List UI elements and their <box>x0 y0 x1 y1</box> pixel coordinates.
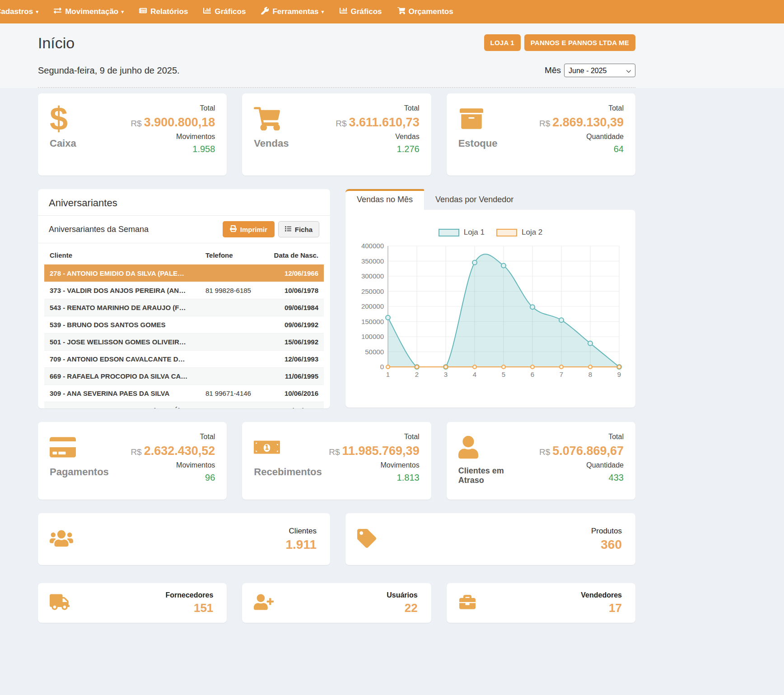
usuarios-value: 22 <box>387 601 417 615</box>
svg-text:4: 4 <box>473 371 476 378</box>
estoque-total: R$2.869.130,39 <box>539 116 624 130</box>
store-button[interactable]: LOJA 1 <box>484 34 521 51</box>
credit-card-icon <box>50 433 109 462</box>
count-label: Movimentos <box>380 461 419 469</box>
caixa-label: Caixa <box>50 138 76 149</box>
sales-line-chart: 0500001000001500002000002500003000003500… <box>356 241 625 382</box>
svg-text:7: 7 <box>560 371 563 378</box>
nav-label: Gráficos <box>215 7 246 16</box>
table-row[interactable]: 501 - JOSE WELISSON GOMES OLIVEIR…15/06/… <box>44 333 324 350</box>
box-icon <box>458 104 498 133</box>
legend-swatch-loja2 <box>496 229 517 236</box>
table-row[interactable]: 373 - VALDIR DOS ANJOS PEREIRA (AN…81 99… <box>44 282 324 299</box>
tab-vendas-no-mes[interactable]: Vendas no Mês <box>345 189 424 210</box>
svg-text:1: 1 <box>386 371 390 378</box>
count-label: Movimentos <box>176 461 215 469</box>
nav-item-orcamentos[interactable]: Orçamentos <box>390 0 461 23</box>
dollar-icon: $ <box>50 104 68 133</box>
svg-text:8: 8 <box>588 371 592 378</box>
report-icon <box>139 7 147 17</box>
clientes-atraso-count: 433 <box>609 473 624 483</box>
vendedores-label: Vendedores <box>581 591 622 599</box>
nav-item-movimentacao[interactable]: Movimentação ▾ <box>46 0 131 23</box>
tag-icon <box>357 528 376 550</box>
estoque-label: Estoque <box>458 138 498 149</box>
month-select[interactable]: June - 2025 <box>564 64 635 77</box>
svg-text:100000: 100000 <box>361 333 384 340</box>
table-header: Cliente Telefone Data de Nasc. <box>44 246 324 264</box>
chart-legend: Loja 1 Loja 2 <box>356 228 625 237</box>
svg-text:50000: 50000 <box>365 348 384 356</box>
cart-icon <box>254 104 289 133</box>
pagamentos-total: R$2.632.430,52 <box>131 444 215 458</box>
sales-chart-panel: Vendas no Mês Vendas por Vendedor Loja 1… <box>345 189 635 408</box>
vendas-count: 1.276 <box>397 144 420 154</box>
clientes-card: Clientes 1.911 <box>38 513 330 565</box>
print-button[interactable]: Imprimir <box>223 221 275 237</box>
nav-label: Gráficos <box>351 7 382 16</box>
recebimentos-card: Recebimentos Total R$11.985.769,39 Movim… <box>242 422 431 500</box>
recebimentos-count: 1.813 <box>397 473 420 483</box>
nav-item-graficos-1[interactable]: Gráficos <box>196 0 253 23</box>
nav-item-graficos-2[interactable]: Gráficos <box>332 0 390 23</box>
count-label: Quantidade <box>586 461 624 469</box>
clientes-atraso-label: Clientes em Atraso <box>458 466 526 485</box>
panel-subtitle: Aniversariantes da Semana <box>49 225 149 234</box>
clientes-value: 1.911 <box>285 537 317 552</box>
clientes-label: Clientes <box>285 527 317 536</box>
svg-text:400000: 400000 <box>361 242 384 250</box>
caixa-card: $ Caixa Total R$3.900.800,18 Movimentos … <box>38 93 227 176</box>
clientes-atraso-card: Clientes em Atraso Total R$5.076.869,67 … <box>447 422 635 500</box>
tab-vendas-por-vendedor[interactable]: Vendas por Vendedor <box>424 189 525 210</box>
svg-text:3: 3 <box>444 371 448 378</box>
svg-text:300000: 300000 <box>361 272 384 280</box>
bar-chart-icon <box>340 7 347 17</box>
current-date: Segunda-feira, 9 de junho de 2025. <box>38 65 180 76</box>
aniversariantes-panel: Aniversariantes Aniversariantes da Seman… <box>38 189 330 408</box>
table-row[interactable]: 539 - BRUNO DOS SANTOS GOMES09/06/1992 <box>44 316 324 333</box>
vendas-total: R$3.611.610,73 <box>336 116 419 130</box>
table-row[interactable]: 616 - ADRIANO XAVIER DA PAZ (PALAÚ)09/06… <box>44 402 324 408</box>
table-row[interactable]: 309 - ANA SEVERINA PAES DA SILVA81 99671… <box>44 385 324 402</box>
svg-text:5: 5 <box>502 371 505 378</box>
nav-item-cadastros[interactable]: Cadastros ▾ <box>0 0 46 23</box>
svg-text:0: 0 <box>380 363 384 371</box>
vendas-label: Vendas <box>254 138 289 149</box>
birthdays-table: Cliente Telefone Data de Nasc. 278 - ANT… <box>38 243 330 408</box>
legend-label: Loja 1 <box>464 228 485 237</box>
table-row[interactable]: 278 - ANTONIO EMIDIO DA SILVA (PALE…12/0… <box>44 264 324 282</box>
table-row[interactable]: 709 - ANTONIO EDSON CAVALCANTE D…12/06/1… <box>44 350 324 367</box>
svg-text:6: 6 <box>531 371 534 378</box>
company-button[interactable]: PANNOS E PANNOS LTDA ME <box>524 34 635 51</box>
fornecedores-card: Fornecedores 151 <box>38 583 227 623</box>
ficha-button[interactable]: Ficha <box>278 221 319 237</box>
wrench-icon <box>261 7 269 17</box>
nav-label: Movimentação <box>65 7 118 16</box>
produtos-card: Produtos 360 <box>345 513 635 565</box>
nav-item-ferramentas[interactable]: Ferramentas ▾ <box>253 0 331 23</box>
svg-text:9: 9 <box>617 371 621 378</box>
svg-text:150000: 150000 <box>361 318 384 325</box>
pagamentos-card: Pagamentos Total R$2.632.430,52 Moviment… <box>38 422 227 500</box>
vendedores-value: 17 <box>581 601 622 615</box>
pagamentos-count: 96 <box>205 473 215 483</box>
chevron-down-icon: ▾ <box>321 9 324 15</box>
legend-swatch-loja1 <box>439 229 459 236</box>
list-icon <box>285 226 291 233</box>
table-row[interactable]: 669 - RAFAELA PROCOPIO DA SILVA CA…11/06… <box>44 367 324 385</box>
nav-item-relatorios[interactable]: Relatórios <box>131 0 196 23</box>
nav-label: Orçamentos <box>409 7 453 16</box>
printer-icon <box>230 225 237 233</box>
svg-text:2: 2 <box>415 371 419 378</box>
usuarios-card: Usuários 22 <box>242 583 431 623</box>
fornecedores-label: Fornecedores <box>166 591 214 599</box>
caixa-total: R$3.900.800,18 <box>131 116 215 130</box>
chevron-down-icon: ▾ <box>36 9 38 15</box>
total-label: Total <box>200 104 215 112</box>
usuarios-label: Usuários <box>387 591 417 599</box>
produtos-label: Produtos <box>591 527 622 536</box>
legend-label: Loja 2 <box>522 228 542 237</box>
nav-label: Cadastros <box>0 7 33 16</box>
table-row[interactable]: 543 - RENATO MARINHO DE ARAUJO (F…09/06/… <box>44 299 324 316</box>
page-title: Início <box>38 34 75 52</box>
